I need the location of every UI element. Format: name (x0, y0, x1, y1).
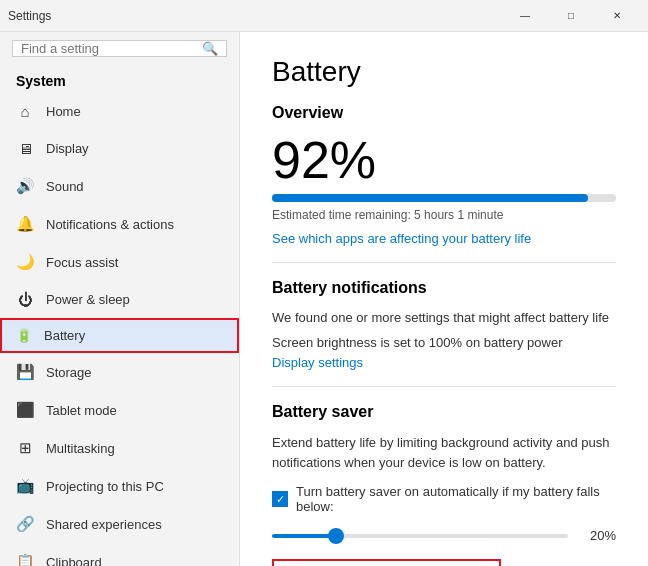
sidebar-item-label: Shared experiences (46, 517, 162, 532)
minimize-button[interactable]: — (502, 0, 548, 32)
home-icon: ⌂ (16, 103, 34, 120)
maximize-button[interactable]: □ (548, 0, 594, 32)
sidebar: 🔍 System ⌂ Home 🖥 Display 🔊 Sound 🔔 Noti… (0, 32, 240, 566)
sidebar-item-label: Focus assist (46, 255, 118, 270)
battery-notifications-title: Battery notifications (272, 279, 616, 297)
sidebar-item-projecting[interactable]: 📺 Projecting to this PC (0, 467, 239, 505)
turn-on-checkbox-label: Turn battery saver on automatically if m… (296, 484, 616, 514)
battery-notifications-desc: We found one or more settings that might… (272, 309, 616, 327)
sidebar-item-label: Storage (46, 365, 92, 380)
search-input[interactable] (21, 41, 202, 56)
slider-thumb[interactable] (328, 528, 344, 544)
tablet-icon: ⬛ (16, 401, 34, 419)
window-controls: — □ ✕ (502, 0, 640, 32)
sidebar-item-label: Multitasking (46, 441, 115, 456)
display-icon: 🖥 (16, 140, 34, 157)
sidebar-item-notifications[interactable]: 🔔 Notifications & actions (0, 205, 239, 243)
sidebar-item-focus[interactable]: 🌙 Focus assist (0, 243, 239, 281)
sidebar-item-label: Home (46, 104, 81, 119)
battery-icon: 🔋 (16, 328, 32, 343)
estimated-time: Estimated time remaining: 5 hours 1 minu… (272, 208, 616, 222)
sidebar-item-label: Projecting to this PC (46, 479, 164, 494)
battery-threshold-slider[interactable] (272, 534, 568, 538)
divider-1 (272, 262, 616, 263)
clipboard-icon: 📋 (16, 553, 34, 566)
sidebar-item-battery[interactable]: 🔋 Battery (0, 318, 239, 353)
sidebar-item-label: Notifications & actions (46, 217, 174, 232)
titlebar: Settings — □ ✕ (0, 0, 648, 32)
sidebar-item-label: Display (46, 141, 89, 156)
multitasking-icon: ⊞ (16, 439, 34, 457)
focus-icon: 🌙 (16, 253, 34, 271)
brightness-text: Screen brightness is set to 100% on batt… (272, 335, 616, 350)
search-container[interactable]: 🔍 (12, 40, 227, 57)
sidebar-item-sound[interactable]: 🔊 Sound (0, 167, 239, 205)
sidebar-section-title: System (0, 65, 239, 93)
sidebar-item-label: Battery (44, 328, 85, 343)
affecting-apps-link[interactable]: See which apps are affecting your batter… (272, 231, 531, 246)
battery-percent: 92% (272, 134, 616, 186)
projecting-icon: 📺 (16, 477, 34, 495)
sidebar-item-label: Tablet mode (46, 403, 117, 418)
shared-icon: 🔗 (16, 515, 34, 533)
battery-threshold-slider-row: 20% (272, 528, 616, 543)
titlebar-title: Settings (8, 9, 51, 23)
sound-icon: 🔊 (16, 177, 34, 195)
app-body: 🔍 System ⌂ Home 🖥 Display 🔊 Sound 🔔 Noti… (0, 32, 648, 566)
sidebar-item-multitasking[interactable]: ⊞ Multitasking (0, 429, 239, 467)
slider-fill (272, 534, 331, 538)
sidebar-item-storage[interactable]: 💾 Storage (0, 353, 239, 391)
checkmark-icon: ✓ (276, 493, 285, 506)
sidebar-item-display[interactable]: 🖥 Display (0, 130, 239, 167)
overview-section-title: Overview (272, 104, 616, 122)
battery-progress-fill (272, 194, 588, 202)
battery-saver-status-box: Battery saver status until next charge O… (272, 559, 501, 566)
divider-2 (272, 386, 616, 387)
page-title: Battery (272, 56, 616, 88)
sidebar-item-label: Clipboard (46, 555, 102, 567)
sidebar-item-home[interactable]: ⌂ Home (0, 93, 239, 130)
slider-value: 20% (580, 528, 616, 543)
sidebar-item-label: Sound (46, 179, 84, 194)
search-icon: 🔍 (202, 41, 218, 56)
auto-battery-saver-checkbox[interactable]: ✓ (272, 491, 288, 507)
sidebar-item-shared[interactable]: 🔗 Shared experiences (0, 505, 239, 543)
auto-battery-saver-row[interactable]: ✓ Turn battery saver on automatically if… (272, 484, 616, 514)
sidebar-item-tablet[interactable]: ⬛ Tablet mode (0, 391, 239, 429)
sidebar-item-power[interactable]: ⏻ Power & sleep (0, 281, 239, 318)
sidebar-item-clipboard[interactable]: 📋 Clipboard (0, 543, 239, 566)
main-content: Battery Overview 92% Estimated time rema… (240, 32, 648, 566)
battery-progress-bar (272, 194, 616, 202)
close-button[interactable]: ✕ (594, 0, 640, 32)
storage-icon: 💾 (16, 363, 34, 381)
battery-saver-title: Battery saver (272, 403, 616, 421)
power-icon: ⏻ (16, 291, 34, 308)
display-settings-link[interactable]: Display settings (272, 355, 363, 370)
notifications-icon: 🔔 (16, 215, 34, 233)
battery-saver-desc: Extend battery life by limiting backgrou… (272, 433, 616, 472)
sidebar-item-label: Power & sleep (46, 292, 130, 307)
